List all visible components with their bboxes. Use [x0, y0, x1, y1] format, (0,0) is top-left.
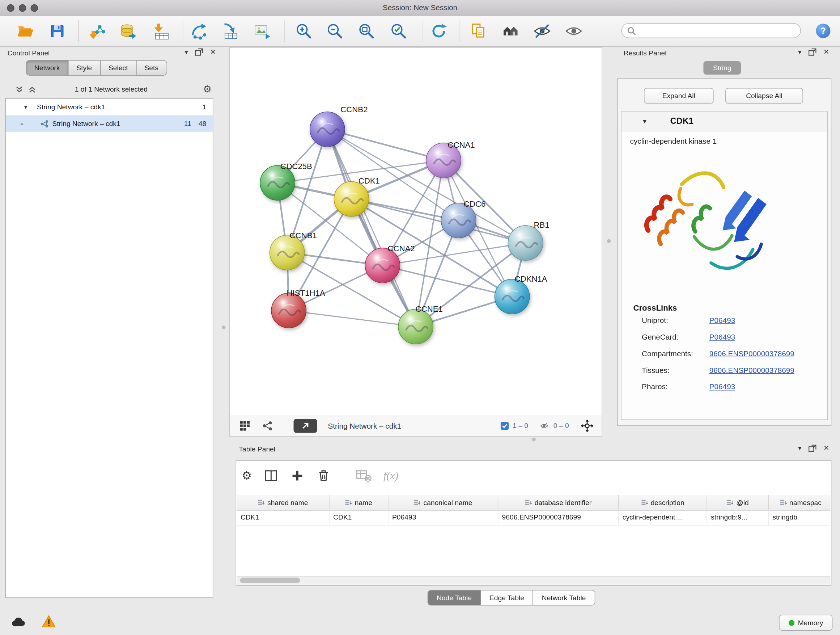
- disclosure-triangle-icon[interactable]: ▼: [642, 118, 647, 125]
- zoom-in-icon[interactable]: [294, 22, 313, 40]
- column-sort-icon: [414, 499, 421, 506]
- table-row[interactable]: CDK1CDK1P064939606.ENSP00000378699cyclin…: [237, 510, 831, 526]
- import-network-file-icon[interactable]: [88, 22, 106, 40]
- vertical-splitter-handle[interactable]: [222, 325, 225, 329]
- float-panel-icon[interactable]: [808, 445, 816, 452]
- zoom-out-icon[interactable]: [325, 22, 344, 40]
- network-node-ccnb1[interactable]: [270, 235, 305, 271]
- tab-sets[interactable]: Sets: [136, 60, 167, 76]
- column-header-name[interactable]: name: [330, 495, 388, 510]
- protein-section-header[interactable]: ▼ CDK1: [622, 111, 827, 131]
- float-panel-icon[interactable]: [195, 48, 203, 56]
- apply-layout-icon[interactable]: [430, 22, 448, 40]
- column-header-label: namespac: [789, 499, 821, 507]
- table-cell-description[interactable]: cyclin-dependent ...: [619, 510, 707, 525]
- horizontal-splitter-handle[interactable]: [532, 438, 536, 441]
- collapse-all-button[interactable]: Collapse All: [725, 88, 803, 103]
- network-overview-icon[interactable]: [262, 420, 273, 431]
- import-network-database-icon[interactable]: [119, 22, 137, 40]
- network-node-ccne1[interactable]: [398, 309, 433, 344]
- table-cell-id[interactable]: stringdb:9...: [707, 510, 769, 525]
- tab-network-table[interactable]: Network Table: [533, 591, 594, 605]
- table-cell-name[interactable]: CDK1: [330, 510, 388, 525]
- results-content: Expand All Collapse All ▼ CDK1 cyclin-de…: [617, 78, 831, 426]
- crosslink-link-genecard[interactable]: P06493: [709, 331, 735, 343]
- tab-style[interactable]: Style: [68, 60, 100, 76]
- column-header-shared-name[interactable]: shared name: [237, 495, 330, 510]
- new-network-icon[interactable]: [190, 22, 208, 40]
- crosslink-label: GeneCard:: [642, 331, 709, 343]
- save-session-icon[interactable]: [48, 22, 66, 40]
- add-column-icon[interactable]: [290, 469, 304, 483]
- copy-document-icon[interactable]: [469, 22, 487, 40]
- network-collection-row[interactable]: ▼ String Network – cdk1 1: [6, 99, 213, 116]
- network-node-hist1h1a[interactable]: [271, 293, 306, 328]
- close-panel-icon[interactable]: ✕: [823, 445, 829, 452]
- panel-menu-icon[interactable]: ▾: [798, 445, 802, 452]
- gear-icon[interactable]: ⚙: [203, 83, 212, 95]
- current-network-bullet-icon: ●: [20, 121, 23, 126]
- arrow-up-right-icon: [301, 421, 310, 431]
- cloud-status-icon[interactable]: [11, 616, 27, 629]
- network-node-cdkn1a[interactable]: [494, 279, 530, 314]
- crosslink-link-pharos[interactable]: P06493: [709, 381, 735, 393]
- column-header-id[interactable]: @id: [707, 495, 769, 510]
- table-cell-canonical-name[interactable]: P06493: [388, 510, 499, 525]
- panel-menu-icon[interactable]: ▾: [185, 48, 188, 56]
- help-button[interactable]: ?: [816, 24, 830, 38]
- hide-details-icon[interactable]: [533, 22, 551, 40]
- table-cell-shared-name[interactable]: CDK1: [237, 510, 330, 525]
- crosslink-link-compartments[interactable]: 9606.ENSP00000378699: [709, 348, 794, 359]
- show-columns-icon[interactable]: [264, 468, 278, 483]
- zoom-selected-icon[interactable]: [390, 22, 408, 40]
- show-details-eye-icon[interactable]: [565, 22, 583, 40]
- network-canvas[interactable]: CCNB2CCNA1CDC25BCDK1CDC6RB1CCNB1CCNA2CDK…: [230, 48, 602, 416]
- table-panel-title: Table Panel: [239, 445, 275, 453]
- float-panel-icon[interactable]: [808, 48, 816, 56]
- table-cell-database-identifier[interactable]: 9606.ENSP00000378699: [498, 510, 619, 525]
- hidden-eye-icon[interactable]: [539, 421, 549, 430]
- table-cell-namespac[interactable]: stringdb: [769, 510, 830, 525]
- disclosure-triangle-icon[interactable]: ▼: [23, 104, 28, 110]
- results-panel: Results Panel ▾ ✕ String Expand All Coll…: [616, 47, 834, 430]
- search-input[interactable]: [638, 24, 798, 38]
- crosslink-link-tissues[interactable]: 9606.ENSP00000378699: [709, 364, 794, 376]
- tab-network[interactable]: Network: [26, 60, 68, 76]
- zoom-fit-icon[interactable]: [357, 22, 376, 40]
- open-in-new-window-button[interactable]: [294, 419, 317, 433]
- tab-select[interactable]: Select: [100, 60, 136, 76]
- network-row[interactable]: ● String Network – cdk1 11 48: [6, 116, 213, 132]
- warning-icon[interactable]: [42, 615, 56, 629]
- column-header-description[interactable]: description: [619, 495, 707, 510]
- vertical-splitter-handle[interactable]: [607, 239, 611, 243]
- selected-checkbox-icon[interactable]: [500, 421, 509, 430]
- import-table-file-icon[interactable]: [152, 22, 171, 40]
- expand-all-button[interactable]: Expand All: [644, 88, 714, 103]
- horizontal-scrollbar[interactable]: [237, 576, 831, 585]
- open-session-icon[interactable]: [16, 22, 34, 40]
- close-panel-icon[interactable]: ✕: [210, 48, 216, 56]
- search-box[interactable]: [622, 23, 801, 38]
- network-node-ccna2[interactable]: [365, 248, 400, 283]
- crosslink-link-uniprot[interactable]: P06493: [709, 314, 735, 326]
- close-panel-icon[interactable]: ✕: [823, 48, 829, 56]
- tab-node-table[interactable]: Node Table: [428, 591, 481, 605]
- move-crosshair-icon[interactable]: [581, 419, 594, 432]
- delete-column-trash-icon[interactable]: [316, 468, 331, 483]
- new-table-icon[interactable]: [221, 22, 240, 40]
- panel-menu-icon[interactable]: ▾: [798, 48, 802, 56]
- table-settings-gear-icon[interactable]: ⚙: [242, 469, 252, 482]
- export-image-icon[interactable]: [253, 22, 271, 40]
- column-header-namespac[interactable]: namespac: [769, 495, 830, 510]
- network-node-ccnb2[interactable]: [309, 111, 345, 147]
- grid-view-icon[interactable]: [240, 420, 250, 431]
- scrollbar-thumb[interactable]: [240, 578, 300, 583]
- column-header-database-identifier[interactable]: database identifier: [498, 495, 619, 510]
- tab-edge-table[interactable]: Edge Table: [481, 591, 533, 605]
- memory-button[interactable]: Memory: [779, 615, 832, 631]
- column-header-canonical-name[interactable]: canonical name: [388, 495, 499, 510]
- network-node-rb1[interactable]: [508, 225, 543, 261]
- first-neighbors-icon[interactable]: [501, 22, 519, 40]
- tab-string[interactable]: String: [703, 61, 741, 74]
- network-node-cdk1[interactable]: [334, 181, 369, 217]
